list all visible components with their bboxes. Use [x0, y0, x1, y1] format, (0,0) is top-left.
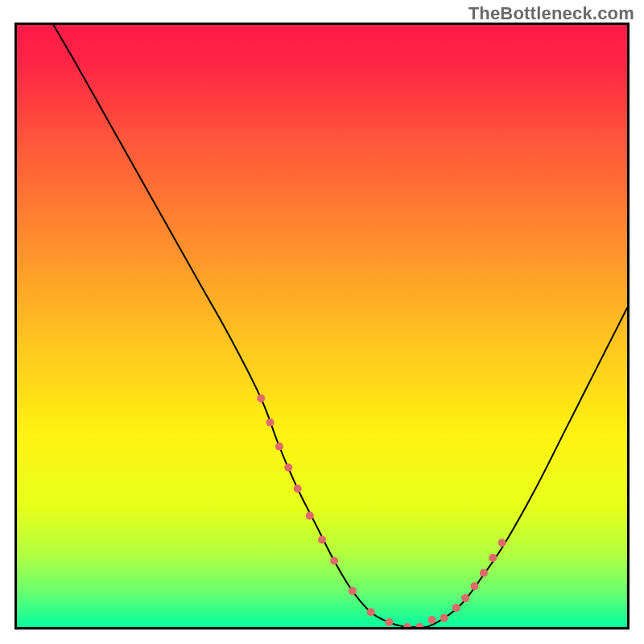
data-marker: [489, 554, 497, 562]
data-marker: [367, 608, 375, 616]
data-marker: [257, 394, 265, 402]
data-marker: [498, 539, 506, 547]
watermark-text: TheBottleneck.com: [469, 3, 634, 24]
data-marker: [306, 512, 314, 520]
data-marker: [427, 616, 436, 624]
data-marker: [471, 582, 479, 590]
plot-svg: [14, 23, 630, 630]
data-marker: [294, 485, 302, 493]
data-marker: [318, 536, 326, 544]
data-marker: [330, 557, 338, 565]
data-marker: [349, 587, 357, 595]
plot-area: [14, 23, 630, 630]
data-marker: [284, 464, 292, 472]
data-marker: [385, 618, 393, 626]
chart-frame: TheBottleneck.com: [0, 0, 644, 644]
data-marker: [480, 569, 488, 577]
data-marker: [440, 614, 448, 622]
data-marker: [461, 594, 469, 602]
data-marker: [452, 604, 460, 612]
data-marker: [266, 419, 275, 427]
data-marker: [275, 443, 283, 451]
